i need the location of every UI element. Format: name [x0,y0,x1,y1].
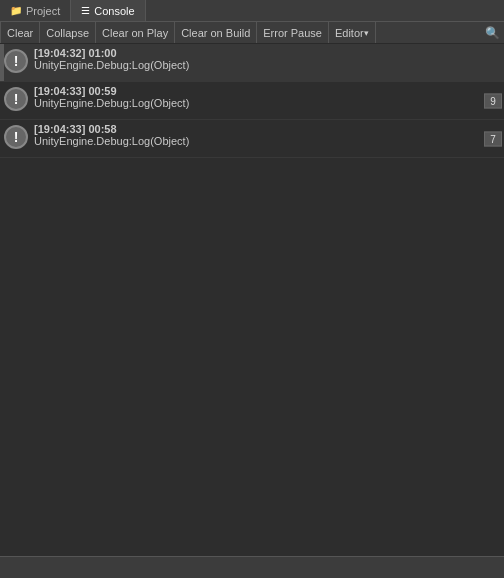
console-content: ! [19:04:32] 01:00 UnityEngine.Debug:Log… [0,44,504,556]
console-icon: ☰ [81,5,90,16]
tab-console[interactable]: ☰ Console [71,0,145,21]
log-timestamp-2: [19:04:33] 00:59 [34,85,500,97]
bottom-bar [0,556,504,578]
side-indicator-1 [0,44,4,81]
log-count-3: 7 [484,131,502,146]
search-area[interactable]: 🔍 [481,22,504,43]
error-icon-1: ! [4,49,28,73]
log-timestamp-3: [19:04:33] 00:58 [34,123,500,135]
log-text-3: [19:04:33] 00:58 UnityEngine.Debug:Log(O… [34,123,500,147]
log-entry-1[interactable]: ! [19:04:32] 01:00 UnityEngine.Debug:Log… [0,44,504,82]
log-text-2: [19:04:33] 00:59 UnityEngine.Debug:Log(O… [34,85,500,109]
tab-bar: 📁 Project ☰ Console [0,0,504,22]
main-container: 📁 Project ☰ Console Clear Collapse Clear… [0,0,504,578]
log-entry-3[interactable]: ! [19:04:33] 00:58 UnityEngine.Debug:Log… [0,120,504,158]
log-entry-2[interactable]: ! [19:04:33] 00:59 UnityEngine.Debug:Log… [0,82,504,120]
project-icon: 📁 [10,5,22,16]
log-message-2: UnityEngine.Debug:Log(Object) [34,97,500,109]
tab-console-label: Console [94,5,134,17]
clear-on-play-button[interactable]: Clear on Play [96,22,175,43]
error-pause-button[interactable]: Error Pause [257,22,329,43]
tab-project[interactable]: 📁 Project [0,0,71,21]
log-message-1: UnityEngine.Debug:Log(Object) [34,59,500,71]
clear-on-build-button[interactable]: Clear on Build [175,22,257,43]
log-message-3: UnityEngine.Debug:Log(Object) [34,135,500,147]
log-timestamp-1: [19:04:32] 01:00 [34,47,500,59]
toolbar: Clear Collapse Clear on Play Clear on Bu… [0,22,504,44]
error-icon-2: ! [4,87,28,111]
editor-dropdown-button[interactable]: Editor [329,22,376,43]
log-text-1: [19:04:32] 01:00 UnityEngine.Debug:Log(O… [34,47,500,71]
clear-button[interactable]: Clear [0,22,40,43]
search-icon: 🔍 [485,26,500,40]
tab-project-label: Project [26,5,60,17]
collapse-button[interactable]: Collapse [40,22,96,43]
log-count-2: 9 [484,93,502,108]
error-icon-3: ! [4,125,28,149]
